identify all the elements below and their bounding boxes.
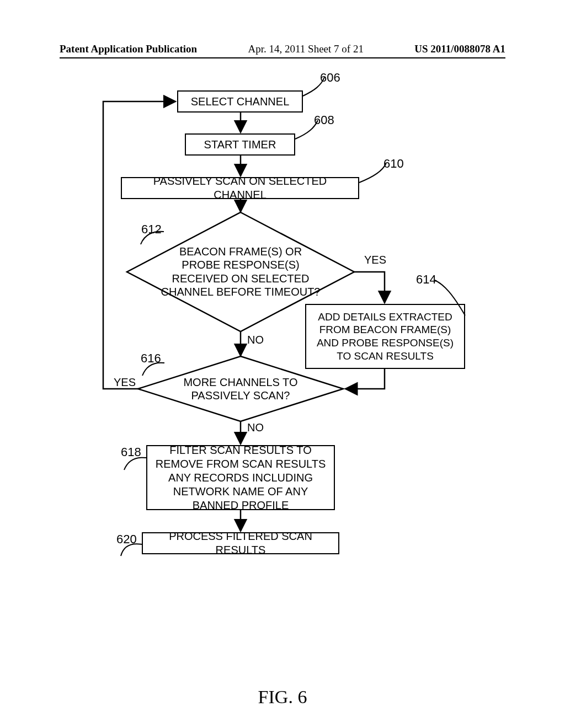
header-center: Apr. 14, 2011 Sheet 7 of 21: [248, 43, 364, 55]
ref-618: 618: [121, 445, 141, 459]
ref-610: 610: [383, 157, 404, 171]
figure-caption: FIG. 6: [258, 687, 307, 708]
ref-612: 612: [141, 222, 162, 237]
ref-608: 608: [314, 113, 334, 127]
flowchart-canvas: SELECT CHANNEL START TIMER PASSIVELY SCA…: [0, 61, 565, 612]
label-no-d616: NO: [247, 421, 264, 434]
label-no-d612: NO: [247, 334, 264, 346]
flowchart-arrows: [0, 61, 565, 612]
ref-620: 620: [116, 532, 137, 547]
label-yes-d612: YES: [364, 254, 386, 266]
header-left: Patent Application Publication: [60, 43, 197, 55]
ref-606: 606: [320, 71, 340, 85]
label-yes-d616: YES: [114, 376, 136, 389]
ref-614: 614: [416, 272, 436, 287]
ref-616: 616: [141, 351, 161, 366]
header-right: US 2011/0088078 A1: [414, 43, 505, 55]
page-header: Patent Application Publication Apr. 14, …: [60, 43, 505, 58]
